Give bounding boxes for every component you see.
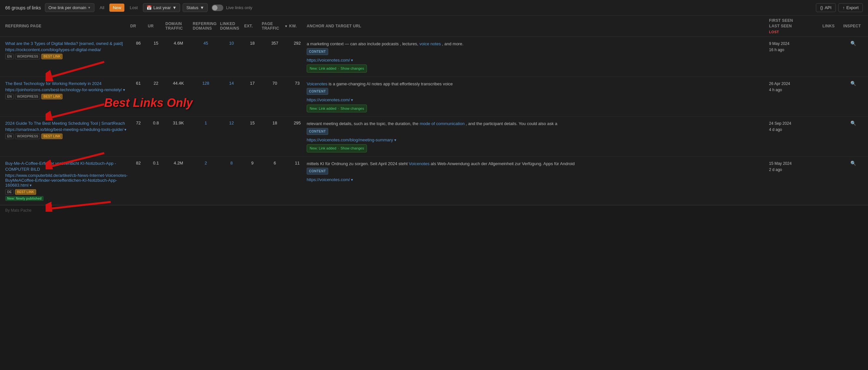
target-url[interactable]: https://voicenotes.com/ ▾ [307,57,768,63]
th-ext: Ext. [244,18,260,34]
linked-domains-cell: 12 [220,121,243,125]
domain-traffic-cell: 31.9K [165,121,191,125]
new-published-tag: New: Newly published [5,196,43,201]
referring-page-cell: What are the 3 Types of Digital Media? [… [5,41,129,59]
tags: DE BEST LINK [5,189,129,195]
show-changes-link[interactable]: Show changes [341,106,364,112]
page-traffic-cell: 6 [262,161,288,165]
date-cell: 15 May 2024 2 d ago [769,161,821,173]
lang-tag: EN [5,54,14,59]
best-link-tag: BEST LINK [15,189,36,195]
best-link-tag: BEST LINK [41,54,63,59]
caret-icon: ▼ [173,5,177,10]
referring-domains-cell: 128 [193,81,219,86]
page-title: 2024 Guide To The Best Meeting Schedulin… [5,121,129,126]
ext-cell: 15 [244,121,260,125]
page-title[interactable]: What are the 3 Types of Digital Media? [… [5,41,129,47]
filter-lost-button[interactable]: Lost [127,4,140,12]
inspect-button[interactable]: 🔍 [843,121,863,126]
th-inspect: Inspect [843,18,863,34]
referring-domains-cell: 1 [193,121,219,125]
referring-page-cell: 2024 Guide To The Best Meeting Schedulin… [5,121,129,139]
best-link-tag: BEST LINK [41,94,63,99]
tags: EN WORDPRESS BEST LINK [5,133,129,139]
linked-domains-cell: 10 [220,41,243,45]
page-traffic-cell: 18 [262,121,288,125]
api-button[interactable]: {} API [816,3,836,12]
groups-count: 66 groups of links [5,5,41,10]
page-title: The Best Technology for Working Remotely… [5,81,129,87]
kw-cell: 292 [289,41,305,45]
ur-cell: 22 [148,81,164,86]
table-row: What are the 3 Types of Digital Media? [… [0,37,868,77]
tags: EN WORDPRESS BEST LINK [5,94,129,99]
ur-cell: 0.8 [148,121,164,125]
footer-credit: By Mats Pache [5,208,32,213]
ext-cell: 18 [244,41,260,45]
platform-tag: WORDPRESS [15,133,40,139]
th-ur: UR [148,18,164,34]
filter-domain-dropdown[interactable]: One link per domain ▼ [45,3,94,12]
kw-cell: 295 [289,121,305,125]
inspect-button[interactable]: 🔍 [843,41,863,46]
lang-tag: DE [5,189,14,195]
referring-page-cell: Buy-Me-A-Coffee-Erfinder veröffentlicht … [5,161,129,201]
ur-cell: 15 [148,41,164,45]
ur-cell: 0.1 [148,161,164,165]
date-cell: 26 Apr 2024 4 h ago [769,81,821,93]
content-badge: CONTENT [307,128,328,135]
inspect-button[interactable]: 🔍 [843,161,863,166]
referring-domains-cell: 2 [193,161,219,165]
live-links-label: Live links only [226,5,252,10]
anchor-cell: relevant meeting details, such as the to… [307,121,768,152]
new-link-badge: New: Link added · Show changes [307,144,367,152]
ext-cell: 17 [244,81,260,86]
platform-tag: WORDPRESS [15,54,40,59]
table-body: What are the 3 Types of Digital Media? [… [0,37,868,205]
linked-domains-cell: 14 [220,81,243,86]
th-kw: Kw. [289,18,305,34]
content-badge: CONTENT [307,48,328,55]
th-referring-page: Referring page [5,18,129,34]
content-badge: CONTENT [307,168,328,175]
domain-traffic-cell: 4.2M [165,161,191,165]
calendar-icon: 📅 [147,5,152,10]
calendar-dropdown[interactable]: 📅 Last year ▼ [143,3,180,12]
th-links: Links [823,18,842,34]
page-traffic-cell: 357 [262,41,288,45]
inspect-button[interactable]: 🔍 [843,81,863,86]
filter-new-button[interactable]: New [110,4,124,12]
th-dr: DR [130,18,147,34]
live-links-toggle[interactable] [212,5,223,11]
caret-icon: ▼ [200,5,204,10]
table-row: Buy-Me-A-Coffee-Erfinder veröffentlicht … [0,157,868,205]
page-url: https://smartreach.io/blog/best-meeting-… [5,127,129,132]
dr-cell: 82 [130,161,147,165]
export-button[interactable]: ↑ Export [838,3,863,12]
anchor-cell: a marketing context — can also include p… [307,41,768,73]
dr-cell: 72 [130,121,147,125]
page-title: Buy-Me-A-Coffee-Erfinder veröffentlicht … [5,161,129,172]
show-changes-link[interactable]: Show changes [341,146,364,151]
lang-tag: EN [5,133,14,139]
referring-page-cell: The Best Technology for Working Remotely… [5,81,129,99]
dr-cell: 86 [130,41,147,45]
filter-all-button[interactable]: All [97,4,107,12]
th-linked-domains: Linked domains [220,18,243,34]
tags: EN WORDPRESS BEST LINK [5,54,129,59]
ext-cell: 9 [244,161,260,165]
live-links-toggle-wrap: Live links only [212,5,252,11]
show-changes-link[interactable]: Show changes [341,66,364,71]
new-link-badge: New: Link added · Show changes [307,104,367,113]
export-icon: ↑ [843,5,845,10]
anchor-cell: Voicenotes is a game-changing AI notes a… [307,81,768,113]
footer: By Mats Pache [0,205,868,215]
content-badge: CONTENT [307,88,328,95]
api-icon: {} [820,5,823,10]
page-url[interactable]: https://rockcontent.com/blog/types-of-di… [5,47,129,52]
table-header: Referring page DR UR Domain traffic Refe… [0,16,868,37]
th-page-traffic: Page traffic ▼ [262,18,288,34]
lang-tag: EN [5,94,14,99]
page-url: https://joinhorizons.com/best-technology… [5,87,129,92]
status-dropdown[interactable]: Status ▼ [183,3,208,12]
